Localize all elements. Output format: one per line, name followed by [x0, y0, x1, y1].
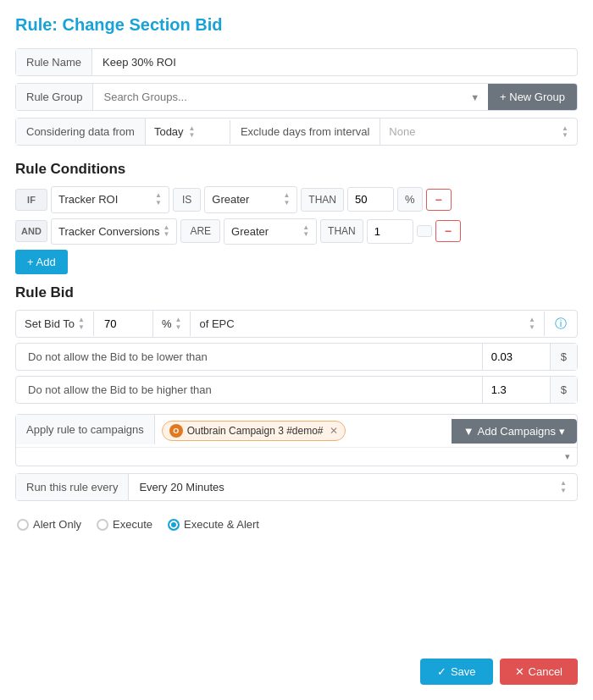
condition-field-arrows-0: ▲▼ — [155, 192, 162, 207]
considering-value-select[interactable]: Today ▲▼ — [146, 120, 230, 144]
rule-group-dropdown-arrow[interactable]: ▼ — [462, 92, 488, 102]
campaign-tag-remove-0[interactable]: ✕ — [330, 425, 338, 437]
rule-conditions-section: Rule Conditions IF Tracker ROI ▲▼ IS Gre… — [15, 161, 578, 274]
save-check-icon: ✓ — [437, 665, 446, 678]
condition-operator-1: ARE — [180, 219, 220, 243]
condition-comparison-1: Greater — [231, 225, 299, 238]
radio-label-alert-only: Alert Only — [33, 518, 81, 531]
run-rule-row: Run this rule every Every 20 Minutes ▲▼ — [15, 473, 578, 501]
campaigns-container: Apply rule to campaigns O Outbrain Campa… — [15, 414, 578, 466]
campaigns-top: Apply rule to campaigns O Outbrain Campa… — [16, 415, 577, 447]
exclude-label: Exclude days from interval — [230, 119, 380, 145]
campaigns-bottom: ▾ — [16, 447, 577, 466]
add-campaigns-label: Add Campaigns — [478, 425, 557, 438]
bid-of-epc-label: of EPC — [199, 317, 525, 330]
campaign-tag-icon-0: O — [169, 424, 183, 438]
condition-field-select-1[interactable]: Tracker Conversions ▲▼ — [51, 218, 177, 245]
condition-than-0: THAN — [301, 188, 344, 212]
radio-circle-alert-only — [17, 519, 29, 531]
condition-comparison-select-0[interactable]: Greater ▲▼ — [204, 186, 297, 213]
bid-info-icon[interactable]: ⓘ — [545, 311, 577, 337]
campaign-tag-name-0: Outbrain Campaign 3 #demo# — [187, 425, 324, 437]
add-campaigns-button[interactable]: ▼ Add Campaigns ▾ — [452, 419, 577, 444]
bid-pct-label: % — [162, 317, 172, 330]
bid-of-epc-arrows: ▲▼ — [529, 317, 535, 332]
condition-field-0: Tracker ROI — [58, 193, 152, 206]
condition-remove-btn-0[interactable]: − — [426, 189, 452, 211]
rule-group-label: Rule Group — [16, 84, 93, 110]
condition-comparison-0: Greater — [212, 193, 280, 206]
condition-comparison-arrows-0: ▲▼ — [283, 192, 290, 207]
add-condition-button[interactable]: + Add — [15, 250, 68, 274]
condition-remove-btn-1[interactable]: − — [435, 220, 461, 242]
run-rule-select[interactable]: Every 20 Minutes ▲▼ — [129, 475, 577, 500]
title-name: Change Section Bid — [63, 15, 223, 34]
rule-name-input[interactable] — [92, 49, 577, 75]
rule-conditions-title: Rule Conditions — [15, 161, 578, 178]
rule-group-input[interactable] — [93, 84, 462, 110]
set-bid-row: Set Bid To ▲▼ % ▲▼ of EPC ▲▼ ⓘ — [15, 310, 578, 338]
radio-execute[interactable]: Execute — [97, 518, 152, 531]
condition-comparison-arrows-1: ▲▼ — [302, 224, 309, 240]
bid-value-input[interactable] — [94, 311, 153, 337]
radio-circle-execute — [97, 519, 108, 531]
condition-unit-1 — [417, 225, 432, 237]
bid-higher-limit-input[interactable] — [483, 377, 551, 403]
set-bid-select[interactable]: Set Bid To ▲▼ — [16, 311, 94, 337]
save-label: Save — [451, 665, 476, 678]
run-rule-label: Run this rule every — [16, 474, 129, 500]
save-button[interactable]: ✓ Save — [420, 659, 493, 685]
bid-higher-limit-row: Do not allow the Bid to be higher than $ — [15, 376, 578, 404]
set-bid-label: Set Bid To — [25, 317, 75, 330]
campaigns-label: Apply rule to campaigns — [16, 415, 155, 444]
campaign-tag-0: O Outbrain Campaign 3 #demo# ✕ — [162, 421, 346, 441]
condition-value-input-1[interactable] — [367, 219, 413, 244]
condition-connector-1: AND — [15, 220, 47, 242]
condition-than-1: THAN — [320, 219, 363, 243]
bid-lower-limit-input[interactable] — [483, 344, 551, 370]
rule-name-row: Rule Name — [15, 48, 578, 76]
run-rule-value: Every 20 Minutes — [139, 481, 557, 493]
radio-alert-only[interactable]: Alert Only — [17, 518, 81, 531]
rule-bid-title: Rule Bid — [15, 284, 578, 301]
condition-row-1: AND Tracker Conversions ▲▼ ARE Greater ▲… — [15, 218, 578, 245]
bid-higher-currency: $ — [551, 377, 577, 403]
run-rule-arrows: ▲▼ — [560, 480, 567, 495]
add-campaigns-filter-icon: ▼ — [463, 425, 474, 438]
new-group-button[interactable]: + New Group — [488, 84, 577, 110]
bid-pct-select[interactable]: % ▲▼ — [153, 311, 191, 337]
add-campaigns-chevron: ▾ — [559, 425, 565, 438]
bid-lower-limit-label: Do not allow the Bid to be lower than — [16, 344, 483, 370]
condition-unit-0: % — [397, 187, 423, 212]
page-container: Rule: Change Section Bid Rule Name Rule … — [0, 0, 593, 700]
condition-comparison-select-1[interactable]: Greater ▲▼ — [224, 218, 317, 245]
cancel-x-icon: ✕ — [515, 665, 524, 678]
cancel-button[interactable]: ✕ Cancel — [500, 659, 578, 685]
radio-label-execute: Execute — [113, 518, 152, 531]
condition-value-input-0[interactable] — [347, 187, 394, 212]
radio-label-execute-alert: Execute & Alert — [184, 518, 259, 531]
exclude-value: None — [389, 125, 557, 138]
bid-lower-currency: $ — [551, 344, 577, 370]
exclude-arrows: ▲▼ — [562, 125, 568, 139]
radio-execute-alert[interactable]: Execute & Alert — [168, 518, 259, 531]
considering-row: Considering data from Today ▲▼ Exclude d… — [15, 118, 578, 146]
condition-field-select-0[interactable]: Tracker ROI ▲▼ — [51, 186, 169, 213]
set-bid-arrows: ▲▼ — [78, 317, 85, 332]
page-title: Rule: Change Section Bid — [15, 15, 578, 35]
title-prefix: Rule: — [15, 15, 63, 34]
condition-field-arrows-1: ▲▼ — [163, 224, 169, 240]
rule-group-row: Rule Group ▼ + New Group — [15, 83, 578, 111]
bid-higher-limit-label: Do not allow the Bid to be higher than — [16, 377, 483, 403]
condition-row-0: IF Tracker ROI ▲▼ IS Greater ▲▼ THAN % − — [15, 186, 578, 213]
bid-lower-limit-row: Do not allow the Bid to be lower than $ — [15, 343, 578, 371]
rule-group-search-area: ▼ — [93, 84, 488, 110]
bid-of-epc-select[interactable]: of EPC ▲▼ — [191, 311, 545, 337]
radio-circle-execute-alert — [168, 519, 180, 531]
considering-arrows: ▲▼ — [189, 125, 196, 139]
rule-name-label: Rule Name — [16, 49, 92, 75]
radio-options-row: Alert Only Execute Execute & Alert — [15, 511, 578, 537]
cancel-label: Cancel — [529, 665, 563, 678]
exclude-select[interactable]: None ▲▼ — [380, 120, 577, 144]
campaigns-expand-chevron[interactable]: ▾ — [565, 451, 570, 462]
